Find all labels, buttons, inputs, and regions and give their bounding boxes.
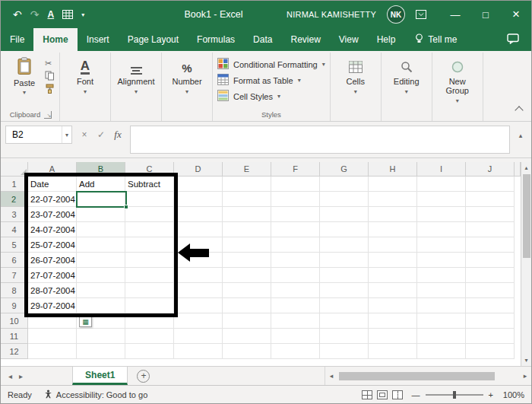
column-header-F[interactable]: F [271,162,320,177]
cell-B12[interactable] [77,344,125,359]
cell-E6[interactable] [223,253,271,268]
cell-G8[interactable] [320,283,369,298]
cell-J11[interactable] [466,329,515,344]
zoom-percentage[interactable]: 100% [499,390,524,399]
format-painter-button[interactable] [45,84,55,94]
copy-button[interactable] [45,72,55,81]
cell-E3[interactable] [223,207,271,222]
cell-H9[interactable] [369,298,417,313]
column-header-G[interactable]: G [320,162,369,177]
cell-F10[interactable] [271,313,320,329]
cell-D10[interactable] [174,313,223,329]
editing-group-button[interactable]: Editing ▾ [386,54,427,121]
cell-G12[interactable] [320,344,369,359]
previous-sheet-icon[interactable]: ◂ [8,372,12,380]
tab-review[interactable]: Review [281,28,329,51]
cell-G9[interactable] [320,298,369,313]
cell-E11[interactable] [223,329,271,344]
cell-D8[interactable] [174,283,223,298]
vertical-scrollbar-thumb[interactable] [523,174,530,258]
font-group-button[interactable]: A Font ▾ [65,54,106,121]
cell-I3[interactable] [417,207,466,222]
new-sheet-button[interactable]: + [137,370,150,383]
cell-H5[interactable] [369,237,417,253]
accessibility-checker-button[interactable]: Accessibility: Good to go [44,390,147,400]
cell-H2[interactable] [369,192,417,207]
column-header-D[interactable]: D [174,162,223,177]
column-header-J[interactable]: J [466,162,515,177]
cell-H4[interactable] [369,222,417,237]
cell-J10[interactable] [466,313,515,329]
cell-E10[interactable] [223,313,271,329]
cell-H1[interactable] [369,177,417,192]
cell-G7[interactable] [320,268,369,283]
cell-J12[interactable] [466,344,515,359]
avatar[interactable]: NK [387,5,405,24]
cell-F4[interactable] [271,222,320,237]
cell-B11[interactable] [77,329,125,344]
alignment-group-button[interactable]: Alignment ▾ [116,54,157,121]
minimize-button[interactable]: — [440,1,470,28]
cell-F9[interactable] [271,298,320,313]
enter-formula-button[interactable]: ✓ [93,128,109,142]
cell-C12[interactable] [125,344,174,359]
cell-E7[interactable] [223,268,271,283]
cell-I4[interactable] [417,222,466,237]
cell-I5[interactable] [417,237,466,253]
tell-me-box[interactable]: Tell me [415,28,457,51]
sheet-tab-sheet1[interactable]: Sheet1 [72,367,128,385]
cell-D2[interactable] [174,192,223,207]
clipboard-dialog-launcher-icon[interactable]: ↘ [44,111,52,119]
cell-I11[interactable] [417,329,466,344]
cell-H8[interactable] [369,283,417,298]
cancel-formula-button[interactable]: × [77,128,92,142]
tab-help[interactable]: Help [368,28,405,51]
cell-I1[interactable] [417,177,466,192]
cell-D3[interactable] [174,207,223,222]
cell-G1[interactable] [320,177,369,192]
cut-button[interactable]: ✂ [45,59,55,68]
cell-J6[interactable] [466,253,515,268]
scroll-right-icon[interactable]: ▸ [519,372,531,380]
zoom-in-button[interactable]: + [489,390,493,399]
redo-icon[interactable]: ↷ [30,8,40,21]
name-box-caret-icon[interactable]: ▾ [62,126,71,143]
underline-icon[interactable]: A [47,9,54,20]
next-sheet-icon[interactable]: ▸ [19,372,23,380]
cell-G11[interactable] [320,329,369,344]
cell-E5[interactable] [223,237,271,253]
paste-button[interactable]: Paste ▾ [7,54,42,110]
cell-H6[interactable] [369,253,417,268]
tab-data[interactable]: Data [244,28,281,51]
cell-F1[interactable] [271,177,320,192]
cell-E12[interactable] [223,344,271,359]
cell-I6[interactable] [417,253,466,268]
cell-G10[interactable] [320,313,369,329]
tab-home[interactable]: Home [33,28,77,51]
new-group-button[interactable]: New Group ▾ [437,54,478,121]
cell-G6[interactable] [320,253,369,268]
cell-I7[interactable] [417,268,466,283]
cell-J1[interactable] [466,177,515,192]
tab-page-layout[interactable]: Page Layout [119,28,188,51]
collapse-ribbon-icon[interactable] [515,106,523,114]
cell-C11[interactable] [125,329,174,344]
column-header-H[interactable]: H [369,162,417,177]
cell-F5[interactable] [271,237,320,253]
horizontal-scrollbar[interactable]: ◂ ▸ [325,367,531,385]
cell-F7[interactable] [271,268,320,283]
cell-D11[interactable] [174,329,223,344]
cell-I9[interactable] [417,298,466,313]
name-box[interactable]: B2 ▾ [5,126,72,144]
cell-H3[interactable] [369,207,417,222]
cell-H12[interactable] [369,344,417,359]
ribbon-display-options-icon[interactable] [416,10,426,19]
page-layout-view-button[interactable] [377,390,388,399]
cell-F12[interactable] [271,344,320,359]
cell-F2[interactable] [271,192,320,207]
cell-J5[interactable] [466,237,515,253]
comments-button[interactable] [507,28,531,51]
cell-D12[interactable] [174,344,223,359]
row-header-11[interactable]: 11 [1,329,28,344]
row-header-12[interactable]: 12 [1,344,28,359]
